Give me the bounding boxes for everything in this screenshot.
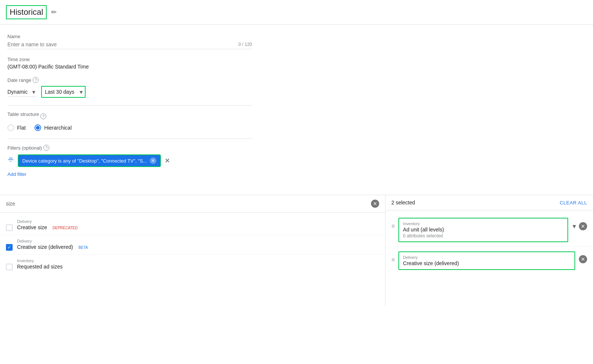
item-name-creative-size-delivered: Creative size (delivered) BETA bbox=[17, 244, 379, 250]
right-column: 2 selected CLEAR ALL ≡ Inventory Ad unit… bbox=[385, 195, 593, 306]
filters-label: Filters (optional) bbox=[7, 145, 42, 151]
radio-flat-label: Flat bbox=[17, 125, 26, 131]
left-column-clear-icon[interactable]: ✕ bbox=[371, 200, 379, 208]
date-range-period-select[interactable]: Last 30 days Last 7 days Last 14 days La… bbox=[41, 86, 86, 98]
bottom-panel: size ✕ Delivery Creative size DEPRECATED bbox=[0, 195, 593, 306]
item-name-creative-size: Creative size DEPRECATED bbox=[17, 224, 379, 231]
drag-handle-icon[interactable]: ≡ bbox=[391, 223, 395, 230]
form-area: Name 0 / 120 Time zone (GMT-08:00) Pacif… bbox=[0, 25, 259, 195]
table-structure-label: Table structure bbox=[7, 111, 39, 117]
left-column: size ✕ Delivery Creative size DEPRECATED bbox=[0, 195, 385, 306]
date-range-label: Date range bbox=[7, 77, 31, 83]
filter-row: Device category is any of "Desktop", "Co… bbox=[7, 154, 252, 167]
selected-item-name-creative-size-delivered: Creative size (delivered) bbox=[403, 260, 571, 266]
name-label: Name bbox=[7, 34, 252, 39]
date-range-type-wrapper: Dynamic Fixed ▾ bbox=[7, 87, 37, 97]
radio-hierarchical-inner bbox=[36, 126, 40, 130]
timezone-value: (GMT-08:00) Pacific Standard Time bbox=[7, 64, 252, 70]
filter-chip-text: Device category is any of "Desktop", "Co… bbox=[22, 158, 147, 164]
edit-icon[interactable]: ✏ bbox=[51, 8, 57, 16]
add-filter-button[interactable]: Add filter bbox=[7, 170, 26, 178]
header-bar: Historical ✏ bbox=[0, 0, 593, 25]
divider-1 bbox=[7, 105, 252, 106]
drag-handle-icon-2[interactable]: ≡ bbox=[391, 257, 395, 263]
selected-item-category-inventory: Inventory bbox=[403, 221, 564, 226]
item-content-creative-size: Delivery Creative size DEPRECATED bbox=[17, 219, 379, 231]
char-count: 0 / 120 bbox=[238, 42, 252, 47]
selected-item-sub-ad-unit: 0 attributes selected bbox=[403, 233, 564, 238]
list-item: Inventory Requested ad sizes bbox=[0, 255, 385, 274]
item-name-requested-ad-sizes: Requested ad sizes bbox=[17, 264, 379, 270]
selected-item-actions-1: ▾ ✕ bbox=[572, 221, 587, 231]
selected-item-actions-2: ✕ bbox=[579, 255, 587, 263]
timezone-label: Time zone bbox=[7, 57, 252, 62]
list-item: Delivery Creative size DEPRECATED bbox=[0, 216, 385, 235]
table-structure-help-icon[interactable]: ? bbox=[40, 113, 46, 119]
timezone-section: Time zone (GMT-08:00) Pacific Standard T… bbox=[7, 57, 252, 70]
radio-group: Flat Hierarchical bbox=[7, 124, 252, 131]
item-category-inventory: Inventory bbox=[17, 258, 379, 263]
item-content-requested-ad-sizes: Inventory Requested ad sizes bbox=[17, 258, 379, 270]
name-input[interactable] bbox=[7, 41, 234, 47]
filter-chip-clear-icon[interactable]: ✕ bbox=[150, 157, 156, 164]
radio-hierarchical-label: Hierarchical bbox=[44, 125, 72, 131]
radio-flat[interactable]: Flat bbox=[7, 124, 26, 131]
filters-help-icon[interactable]: ? bbox=[43, 145, 49, 151]
radio-hierarchical-outer bbox=[34, 124, 41, 131]
filter-chip[interactable]: Device category is any of "Desktop", "Co… bbox=[18, 154, 161, 167]
radio-flat-outer bbox=[7, 124, 14, 131]
item-category-delivery-2: Delivery bbox=[17, 239, 379, 243]
selected-items-list: ≡ Inventory Ad unit (all levels) 0 attri… bbox=[385, 210, 593, 277]
item-content-creative-size-delivered: Delivery Creative size (delivered) BETA bbox=[17, 239, 379, 250]
chevron-down-button[interactable]: ▾ bbox=[572, 221, 577, 231]
selected-item-creative-size-delivered: Delivery Creative size (delivered) bbox=[398, 251, 575, 270]
item-category-delivery: Delivery bbox=[17, 219, 379, 224]
table-structure-section: Table structure ? Flat Hierarchical bbox=[7, 111, 252, 131]
items-list: Delivery Creative size DEPRECATED ✓ Deli… bbox=[0, 213, 385, 277]
checkbox-creative-size[interactable] bbox=[6, 224, 13, 231]
selected-item-name-ad-unit: Ad unit (all levels) bbox=[403, 227, 564, 233]
clear-all-button[interactable]: CLEAR ALL bbox=[560, 200, 587, 206]
remove-creative-size-icon[interactable]: ✕ bbox=[579, 255, 587, 263]
selected-count: 2 selected bbox=[391, 200, 415, 206]
checkbox-creative-size-delivered[interactable]: ✓ bbox=[6, 244, 13, 251]
filters-section: Filters (optional) ? Device category is … bbox=[7, 145, 252, 178]
checkbox-requested-ad-sizes[interactable] bbox=[6, 264, 13, 270]
deprecated-badge: DEPRECATED bbox=[51, 225, 80, 231]
radio-hierarchical[interactable]: Hierarchical bbox=[34, 124, 72, 131]
beta-badge: BETA bbox=[77, 245, 90, 250]
selected-item-row: ≡ Delivery Creative size (delivered) ✕ bbox=[385, 247, 593, 274]
page-title: Historical bbox=[6, 5, 47, 19]
date-range-type-select[interactable]: Dynamic Fixed bbox=[7, 87, 37, 97]
divider-2 bbox=[7, 138, 252, 139]
checkmark-icon: ✓ bbox=[7, 245, 11, 250]
date-range-period-wrapper: Last 30 days Last 7 days Last 14 days La… bbox=[41, 86, 86, 98]
date-range-help-icon[interactable]: ? bbox=[33, 77, 39, 83]
right-column-header: 2 selected CLEAR ALL bbox=[385, 195, 593, 210]
name-section: Name 0 / 120 bbox=[7, 34, 252, 49]
left-column-title: size bbox=[6, 201, 15, 207]
left-column-header: size ✕ bbox=[0, 195, 385, 213]
page-container: Historical ✏ Name 0 / 120 Time zone (GMT… bbox=[0, 0, 593, 364]
add-filter-label: Add filter bbox=[7, 171, 26, 177]
name-input-row: 0 / 120 bbox=[7, 41, 252, 49]
filter-remove-icon[interactable]: ✕ bbox=[165, 157, 170, 165]
selected-item-row: ≡ Inventory Ad unit (all levels) 0 attri… bbox=[385, 213, 593, 247]
date-range-section: Date range ? Dynamic Fixed ▾ Last 30 day… bbox=[7, 77, 252, 98]
filter-funnel-icon bbox=[7, 157, 14, 165]
remove-ad-unit-icon[interactable]: ✕ bbox=[579, 222, 587, 230]
selected-item-ad-unit: Inventory Ad unit (all levels) 0 attribu… bbox=[398, 218, 568, 242]
list-item: ✓ Delivery Creative size (delivered) BET… bbox=[0, 235, 385, 255]
date-range-row: Dynamic Fixed ▾ Last 30 days Last 7 days… bbox=[7, 86, 252, 98]
selected-item-category-delivery: Delivery bbox=[403, 255, 571, 260]
